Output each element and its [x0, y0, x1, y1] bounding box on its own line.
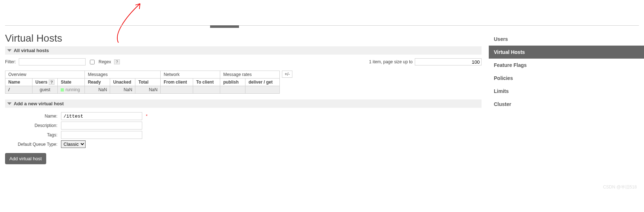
col-from-client[interactable]: From client: [161, 79, 193, 86]
cell-users: guest: [32, 86, 58, 94]
watermark: CSDN @半旧518: [603, 184, 637, 190]
vhost-table: Overview Messages Network Message rates …: [5, 71, 280, 94]
col-unacked[interactable]: Unacked: [110, 79, 135, 86]
cell-deliver-get: [245, 86, 280, 94]
users-help[interactable]: ?: [49, 80, 55, 85]
vhost-description-input[interactable]: [61, 122, 142, 130]
col-total[interactable]: Total: [135, 79, 161, 86]
col-to-client[interactable]: To client: [193, 79, 220, 86]
required-mark: *: [146, 114, 148, 119]
add-vhost-button[interactable]: Add virtual host: [5, 153, 46, 164]
sidebar-item-cluster[interactable]: Cluster: [489, 98, 644, 111]
cell-ready: NaN: [85, 86, 110, 94]
columns-toggle[interactable]: +/-: [282, 71, 292, 78]
col-state[interactable]: State: [58, 79, 85, 86]
section-add-vhost[interactable]: Add a new virtual host: [5, 99, 482, 108]
top-divider: [5, 25, 639, 28]
section-add-label: Add a new virtual host: [14, 101, 64, 106]
filter-input[interactable]: [19, 58, 86, 65]
section-all-label: All virtual hosts: [14, 48, 49, 53]
sidebar-item-policies[interactable]: Policies: [489, 72, 644, 85]
cell-publish: [220, 86, 245, 94]
name-label: Name:: [5, 114, 57, 119]
cell-state: running: [58, 86, 85, 94]
col-name[interactable]: Name: [5, 79, 32, 86]
page-size-input[interactable]: [415, 58, 482, 65]
description-label: Description:: [5, 123, 57, 128]
chevron-down-icon: [7, 49, 12, 52]
sidebar-item-feature-flags[interactable]: Feature Flags: [489, 59, 644, 72]
col-publish[interactable]: publish: [220, 79, 245, 86]
table-row[interactable]: / guest running NaN NaN NaN: [5, 86, 280, 94]
filter-label: Filter:: [5, 59, 16, 64]
group-network: Network: [161, 71, 220, 79]
regex-label: Regex: [99, 59, 111, 64]
dqt-label: Default Queue Type:: [5, 142, 57, 147]
vhost-tags-input[interactable]: [61, 131, 142, 139]
sidebar-item-limits[interactable]: Limits: [489, 85, 644, 98]
state-running-icon: [61, 88, 64, 92]
col-users: Users ?: [32, 79, 58, 86]
vhost-name-input[interactable]: [61, 112, 142, 120]
col-deliver-get[interactable]: deliver / get: [245, 79, 280, 86]
group-messages: Messages: [85, 71, 161, 79]
cell-from-client: [161, 86, 193, 94]
cell-total: NaN: [135, 86, 161, 94]
pager-text: 1 item, page size up to: [369, 59, 413, 64]
cell-unacked: NaN: [110, 86, 135, 94]
section-all-vhosts[interactable]: All virtual hosts: [5, 46, 482, 55]
cell-name[interactable]: /: [5, 86, 32, 94]
page-title: Virtual Hosts: [5, 33, 482, 44]
sidebar-item-users[interactable]: Users: [489, 33, 644, 46]
cell-to-client: [193, 86, 220, 94]
admin-sidebar: Users Virtual Hosts Feature Flags Polici…: [489, 33, 644, 111]
top-divider-mark: [210, 25, 239, 28]
regex-help[interactable]: ?: [114, 59, 120, 64]
tags-label: Tags:: [5, 132, 57, 137]
chevron-down-icon: [7, 102, 12, 105]
group-rates: Message rates: [220, 71, 280, 79]
regex-checkbox[interactable]: [90, 60, 95, 64]
col-ready[interactable]: Ready: [85, 79, 110, 86]
group-overview: Overview: [5, 71, 85, 79]
default-queue-type-select[interactable]: Classic: [61, 140, 86, 148]
sidebar-item-virtual-hosts[interactable]: Virtual Hosts: [489, 46, 644, 59]
